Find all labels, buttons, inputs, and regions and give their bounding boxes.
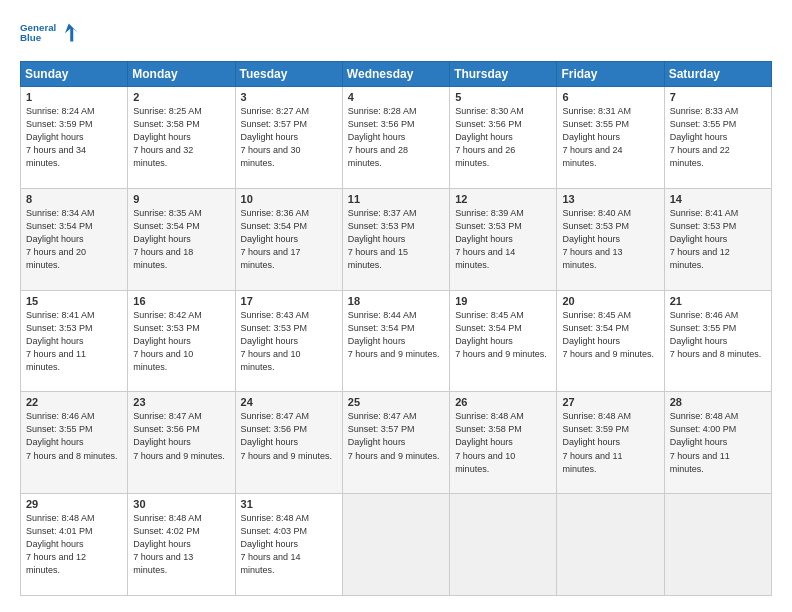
day-info: Sunrise: 8:47 AMSunset: 3:56 PMDaylight … [133, 410, 229, 462]
day-cell: 6Sunrise: 8:31 AMSunset: 3:55 PMDaylight… [557, 87, 664, 189]
day-info: Sunrise: 8:34 AMSunset: 3:54 PMDaylight … [26, 207, 122, 272]
day-number: 2 [133, 91, 229, 103]
logo-icon: GeneralBlue [20, 16, 80, 51]
day-cell: 18Sunrise: 8:44 AMSunset: 3:54 PMDayligh… [342, 290, 449, 392]
day-number: 6 [562, 91, 658, 103]
day-cell: 7Sunrise: 8:33 AMSunset: 3:55 PMDaylight… [664, 87, 771, 189]
week-row-3: 15Sunrise: 8:41 AMSunset: 3:53 PMDayligh… [21, 290, 772, 392]
day-number: 28 [670, 396, 766, 408]
day-number: 9 [133, 193, 229, 205]
day-cell: 22Sunrise: 8:46 AMSunset: 3:55 PMDayligh… [21, 392, 128, 494]
day-number: 13 [562, 193, 658, 205]
day-cell: 11Sunrise: 8:37 AMSunset: 3:53 PMDayligh… [342, 188, 449, 290]
day-cell: 29Sunrise: 8:48 AMSunset: 4:01 PMDayligh… [21, 494, 128, 596]
day-info: Sunrise: 8:48 AMSunset: 3:58 PMDaylight … [455, 410, 551, 475]
day-info: Sunrise: 8:28 AMSunset: 3:56 PMDaylight … [348, 105, 444, 170]
week-row-2: 8Sunrise: 8:34 AMSunset: 3:54 PMDaylight… [21, 188, 772, 290]
day-number: 20 [562, 295, 658, 307]
day-cell: 23Sunrise: 8:47 AMSunset: 3:56 PMDayligh… [128, 392, 235, 494]
day-info: Sunrise: 8:48 AMSunset: 4:01 PMDaylight … [26, 512, 122, 577]
day-number: 14 [670, 193, 766, 205]
day-cell: 24Sunrise: 8:47 AMSunset: 3:56 PMDayligh… [235, 392, 342, 494]
day-cell: 20Sunrise: 8:45 AMSunset: 3:54 PMDayligh… [557, 290, 664, 392]
day-cell: 31Sunrise: 8:48 AMSunset: 4:03 PMDayligh… [235, 494, 342, 596]
day-number: 24 [241, 396, 337, 408]
day-number: 30 [133, 498, 229, 510]
day-number: 29 [26, 498, 122, 510]
day-number: 25 [348, 396, 444, 408]
day-cell: 15Sunrise: 8:41 AMSunset: 3:53 PMDayligh… [21, 290, 128, 392]
day-info: Sunrise: 8:33 AMSunset: 3:55 PMDaylight … [670, 105, 766, 170]
day-number: 21 [670, 295, 766, 307]
day-cell: 10Sunrise: 8:36 AMSunset: 3:54 PMDayligh… [235, 188, 342, 290]
day-cell [664, 494, 771, 596]
day-cell: 27Sunrise: 8:48 AMSunset: 3:59 PMDayligh… [557, 392, 664, 494]
day-info: Sunrise: 8:36 AMSunset: 3:54 PMDaylight … [241, 207, 337, 272]
day-header-tuesday: Tuesday [235, 62, 342, 87]
day-cell [557, 494, 664, 596]
day-cell: 9Sunrise: 8:35 AMSunset: 3:54 PMDaylight… [128, 188, 235, 290]
calendar-table: SundayMondayTuesdayWednesdayThursdayFrid… [20, 61, 772, 596]
day-cell [342, 494, 449, 596]
day-header-friday: Friday [557, 62, 664, 87]
day-cell [450, 494, 557, 596]
svg-text:General: General [20, 22, 57, 33]
day-info: Sunrise: 8:41 AMSunset: 3:53 PMDaylight … [670, 207, 766, 272]
logo: GeneralBlue [20, 16, 80, 51]
day-number: 27 [562, 396, 658, 408]
header-row: SundayMondayTuesdayWednesdayThursdayFrid… [21, 62, 772, 87]
day-cell: 1Sunrise: 8:24 AMSunset: 3:59 PMDaylight… [21, 87, 128, 189]
day-number: 19 [455, 295, 551, 307]
day-cell: 17Sunrise: 8:43 AMSunset: 3:53 PMDayligh… [235, 290, 342, 392]
day-cell: 13Sunrise: 8:40 AMSunset: 3:53 PMDayligh… [557, 188, 664, 290]
day-info: Sunrise: 8:48 AMSunset: 3:59 PMDaylight … [562, 410, 658, 475]
day-cell: 21Sunrise: 8:46 AMSunset: 3:55 PMDayligh… [664, 290, 771, 392]
day-info: Sunrise: 8:47 AMSunset: 3:56 PMDaylight … [241, 410, 337, 462]
day-info: Sunrise: 8:30 AMSunset: 3:56 PMDaylight … [455, 105, 551, 170]
week-row-4: 22Sunrise: 8:46 AMSunset: 3:55 PMDayligh… [21, 392, 772, 494]
day-cell: 12Sunrise: 8:39 AMSunset: 3:53 PMDayligh… [450, 188, 557, 290]
day-number: 18 [348, 295, 444, 307]
day-number: 3 [241, 91, 337, 103]
day-number: 22 [26, 396, 122, 408]
day-number: 8 [26, 193, 122, 205]
week-row-1: 1Sunrise: 8:24 AMSunset: 3:59 PMDaylight… [21, 87, 772, 189]
day-header-wednesday: Wednesday [342, 62, 449, 87]
day-number: 17 [241, 295, 337, 307]
day-cell: 25Sunrise: 8:47 AMSunset: 3:57 PMDayligh… [342, 392, 449, 494]
day-info: Sunrise: 8:48 AMSunset: 4:02 PMDaylight … [133, 512, 229, 577]
day-info: Sunrise: 8:27 AMSunset: 3:57 PMDaylight … [241, 105, 337, 170]
day-number: 15 [26, 295, 122, 307]
svg-text:Blue: Blue [20, 32, 42, 43]
day-info: Sunrise: 8:24 AMSunset: 3:59 PMDaylight … [26, 105, 122, 170]
day-info: Sunrise: 8:39 AMSunset: 3:53 PMDaylight … [455, 207, 551, 272]
day-info: Sunrise: 8:41 AMSunset: 3:53 PMDaylight … [26, 309, 122, 374]
calendar-page: GeneralBlue SundayMondayTuesdayWednesday… [0, 0, 792, 612]
day-number: 16 [133, 295, 229, 307]
day-info: Sunrise: 8:46 AMSunset: 3:55 PMDaylight … [670, 309, 766, 361]
day-cell: 5Sunrise: 8:30 AMSunset: 3:56 PMDaylight… [450, 87, 557, 189]
day-cell: 19Sunrise: 8:45 AMSunset: 3:54 PMDayligh… [450, 290, 557, 392]
day-number: 10 [241, 193, 337, 205]
day-info: Sunrise: 8:35 AMSunset: 3:54 PMDaylight … [133, 207, 229, 272]
day-info: Sunrise: 8:37 AMSunset: 3:53 PMDaylight … [348, 207, 444, 272]
day-header-thursday: Thursday [450, 62, 557, 87]
day-info: Sunrise: 8:48 AMSunset: 4:03 PMDaylight … [241, 512, 337, 577]
svg-marker-2 [65, 23, 79, 41]
day-info: Sunrise: 8:42 AMSunset: 3:53 PMDaylight … [133, 309, 229, 374]
day-header-sunday: Sunday [21, 62, 128, 87]
day-cell: 26Sunrise: 8:48 AMSunset: 3:58 PMDayligh… [450, 392, 557, 494]
day-cell: 16Sunrise: 8:42 AMSunset: 3:53 PMDayligh… [128, 290, 235, 392]
day-number: 1 [26, 91, 122, 103]
day-number: 12 [455, 193, 551, 205]
day-header-saturday: Saturday [664, 62, 771, 87]
day-cell: 4Sunrise: 8:28 AMSunset: 3:56 PMDaylight… [342, 87, 449, 189]
day-info: Sunrise: 8:25 AMSunset: 3:58 PMDaylight … [133, 105, 229, 170]
day-number: 4 [348, 91, 444, 103]
day-number: 11 [348, 193, 444, 205]
day-cell: 8Sunrise: 8:34 AMSunset: 3:54 PMDaylight… [21, 188, 128, 290]
day-info: Sunrise: 8:44 AMSunset: 3:54 PMDaylight … [348, 309, 444, 361]
day-number: 7 [670, 91, 766, 103]
header: GeneralBlue [20, 16, 772, 51]
day-info: Sunrise: 8:31 AMSunset: 3:55 PMDaylight … [562, 105, 658, 170]
